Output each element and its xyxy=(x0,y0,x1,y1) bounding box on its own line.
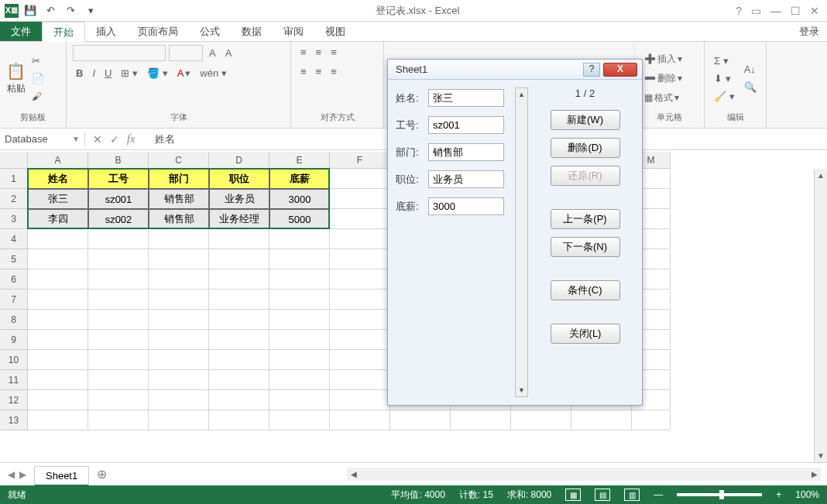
cell[interactable] xyxy=(269,249,330,269)
cell[interactable] xyxy=(632,410,671,430)
cell[interactable] xyxy=(149,249,209,269)
qat-redo[interactable]: ↷ xyxy=(62,2,79,19)
cell[interactable] xyxy=(28,310,88,330)
cell[interactable] xyxy=(209,390,269,410)
zoom-out-button[interactable]: — xyxy=(654,489,663,500)
cell[interactable] xyxy=(269,390,330,410)
row-header-6[interactable]: 6 xyxy=(0,269,28,290)
cell[interactable] xyxy=(269,350,330,370)
enter-formula-icon[interactable]: ✓ xyxy=(110,133,119,146)
row-header-12[interactable]: 12 xyxy=(0,390,28,410)
scroll-up-icon[interactable]: ▲ xyxy=(815,169,827,182)
cell[interactable] xyxy=(88,350,149,370)
cell[interactable] xyxy=(209,249,269,269)
zoom-level[interactable]: 100% xyxy=(795,489,819,500)
cell[interactable] xyxy=(269,229,330,249)
cell[interactable] xyxy=(149,290,209,310)
table-header-cell[interactable]: 姓名 xyxy=(28,169,88,189)
row-header-9[interactable]: 9 xyxy=(0,330,28,350)
cell[interactable] xyxy=(28,350,88,370)
select-all-corner[interactable] xyxy=(0,152,28,169)
cell[interactable] xyxy=(209,330,269,350)
sort-filter-button[interactable]: A↓ xyxy=(741,62,760,77)
dialog-scroll-up-icon[interactable]: ▲ xyxy=(516,88,527,101)
col-header-F[interactable]: F xyxy=(330,152,390,169)
zoom-in-button[interactable]: + xyxy=(776,489,781,500)
find-select-button[interactable]: 🔍 xyxy=(741,80,760,94)
close-icon[interactable]: ✕ xyxy=(810,5,819,17)
format-cells-button[interactable]: ▦ 格式 ▾ xyxy=(641,90,685,106)
cut-button[interactable]: ✂ xyxy=(29,53,47,68)
fill-button[interactable]: ⬇ ▾ xyxy=(711,71,738,86)
font-name-select[interactable] xyxy=(73,45,166,61)
cell[interactable] xyxy=(209,290,269,310)
cell[interactable] xyxy=(330,249,390,269)
field-input-2[interactable] xyxy=(428,143,504,161)
new-record-button[interactable]: 新建(W) xyxy=(551,110,620,130)
fill-color-button[interactable]: 🪣 ▾ xyxy=(144,66,171,81)
row-header-1[interactable]: 1 xyxy=(0,169,28,189)
row-header-8[interactable]: 8 xyxy=(0,310,28,330)
table-header-cell[interactable]: 底薪 xyxy=(269,169,330,189)
scroll-left-icon[interactable]: ◀ xyxy=(347,470,360,478)
cell[interactable] xyxy=(451,410,511,430)
col-header-C[interactable]: C xyxy=(149,152,209,169)
delete-cells-button[interactable]: ➖ 删除 ▾ xyxy=(641,70,685,87)
tab-file[interactable]: 文件 xyxy=(0,22,42,41)
cell[interactable] xyxy=(88,370,149,390)
col-header-A[interactable]: A xyxy=(28,152,88,169)
cell[interactable] xyxy=(149,330,209,350)
tab-review[interactable]: 审阅 xyxy=(273,22,314,41)
dialog-titlebar[interactable]: Sheet1 ? X xyxy=(388,60,642,80)
format-painter-button[interactable]: 🖌 xyxy=(29,89,47,104)
row-header-2[interactable]: 2 xyxy=(0,189,28,209)
cell[interactable] xyxy=(209,269,269,290)
cell[interactable] xyxy=(330,229,390,249)
cell[interactable] xyxy=(88,330,149,350)
paste-button[interactable]: 📋 粘贴 xyxy=(6,62,26,95)
align-bottom-button[interactable]: ≡ xyxy=(328,45,340,60)
cell[interactable] xyxy=(269,330,330,350)
sheet-nav-prev[interactable]: ◀ xyxy=(8,469,15,480)
row-header-13[interactable]: 13 xyxy=(0,410,28,430)
font-size-select[interactable] xyxy=(169,45,203,61)
field-input-4[interactable] xyxy=(428,197,504,215)
cell[interactable] xyxy=(390,410,451,430)
table-header-cell[interactable]: 职位 xyxy=(209,169,269,189)
autosum-button[interactable]: Σ ▾ xyxy=(711,53,738,68)
horizontal-scrollbar[interactable]: ◀ ▶ xyxy=(347,468,821,481)
delete-record-button[interactable]: 删除(D) xyxy=(551,138,620,158)
cell[interactable] xyxy=(28,330,88,350)
cell[interactable] xyxy=(330,290,390,310)
cell[interactable] xyxy=(269,410,330,430)
cell[interactable] xyxy=(269,269,330,290)
font-color-button[interactable]: A ▾ xyxy=(174,66,194,81)
bold-button[interactable]: B xyxy=(73,66,86,81)
qat-customize[interactable]: ▾ xyxy=(82,2,99,19)
name-box[interactable]: Database ▼ xyxy=(0,132,85,146)
underline-button[interactable]: U xyxy=(101,66,115,81)
help-icon[interactable]: ? xyxy=(736,5,742,17)
cell[interactable] xyxy=(28,249,88,269)
minimize-icon[interactable]: — xyxy=(770,5,781,17)
table-data-cell[interactable]: 5000 xyxy=(269,209,330,229)
align-right-button[interactable]: ≡ xyxy=(328,64,340,79)
cancel-formula-icon[interactable]: ✕ xyxy=(93,133,102,146)
cell[interactable] xyxy=(88,290,149,310)
zoom-slider[interactable] xyxy=(677,493,762,496)
cell[interactable] xyxy=(330,209,390,229)
row-header-7[interactable]: 7 xyxy=(0,290,28,310)
scroll-right-icon[interactable]: ▶ xyxy=(808,470,821,478)
sheet-nav-next[interactable]: ▶ xyxy=(19,469,26,480)
cell[interactable] xyxy=(28,390,88,410)
cell[interactable] xyxy=(330,370,390,390)
row-header-4[interactable]: 4 xyxy=(0,229,28,249)
tab-page-layout[interactable]: 页面布局 xyxy=(127,22,189,41)
cell[interactable] xyxy=(269,290,330,310)
view-page-layout-button[interactable]: ▤ xyxy=(595,489,610,501)
cell[interactable] xyxy=(28,229,88,249)
cell[interactable] xyxy=(28,269,88,290)
table-data-cell[interactable]: 3000 xyxy=(269,189,330,209)
cell[interactable] xyxy=(209,410,269,430)
col-header-D[interactable]: D xyxy=(209,152,269,169)
